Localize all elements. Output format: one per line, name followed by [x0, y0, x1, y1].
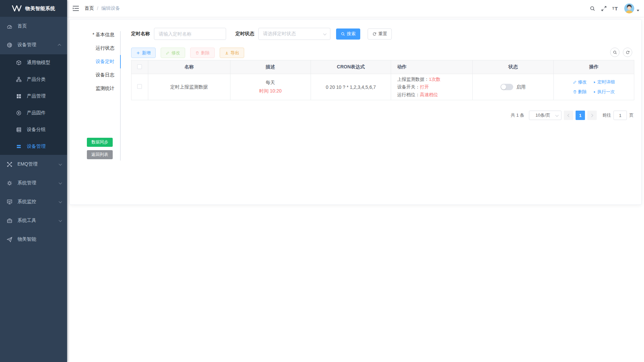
sidebar-item-label: 首页: [17, 23, 61, 29]
action-label: 运行档位：: [397, 92, 420, 97]
cell-name: 定时上报监测数据: [148, 74, 230, 100]
search-button[interactable]: 搜索: [336, 28, 360, 40]
chevron-down-icon: [59, 200, 62, 203]
action-value: 高速档位: [420, 92, 438, 97]
sidebar-menu: 首页 设备管理 通用物模型 产品分类: [0, 17, 67, 249]
sidebar-item-product-mgmt[interactable]: 产品管理: [0, 88, 67, 105]
goto-label: 前往: [602, 112, 611, 118]
data-sync-button[interactable]: 数据同步: [87, 138, 113, 147]
chevron-down-icon: [59, 181, 62, 184]
desc-line2: 时间 10:20: [230, 88, 311, 94]
tab-run-status[interactable]: 运行状态: [77, 42, 120, 55]
refresh-icon[interactable]: [623, 48, 632, 57]
select-placeholder: 请选择定时状态: [263, 31, 296, 37]
back-to-list-button[interactable]: 返回列表: [87, 150, 113, 159]
op-run-once-link[interactable]: 执行一次: [593, 89, 615, 95]
timer-table: 名称 描述 CRON表达式 动作 状态 操作 定时上报监测数据 每天 时间 10…: [131, 60, 634, 100]
select-all-checkbox[interactable]: [137, 64, 142, 69]
timer-status-select[interactable]: 请选择定时状态: [258, 28, 330, 40]
monitor-icon: [7, 199, 12, 205]
toolbox-icon: [7, 218, 12, 224]
op-edit-link[interactable]: 修改: [573, 79, 587, 85]
sidebar-item-emq-mgmt[interactable]: EMQ管理: [0, 155, 67, 174]
cube-icon: [16, 60, 22, 66]
desc-line1: 每天: [230, 80, 311, 86]
goto-page: 前往 页: [602, 111, 634, 120]
header-operation: 操作: [554, 60, 634, 74]
grid-icon: [16, 94, 22, 99]
emq-icon: [7, 162, 12, 167]
header-cron: CRON表达式: [311, 60, 391, 74]
sidebar-item-thing-model[interactable]: 通用物模型: [0, 54, 67, 71]
sidebar-item-wumei-smart[interactable]: 物美智能: [0, 230, 67, 249]
tab-monitor-stats[interactable]: 监测统计: [77, 82, 120, 95]
prev-page-button[interactable]: [564, 111, 573, 120]
app-logo[interactable]: 物美智能系统: [0, 0, 67, 17]
action-value: 1次数: [429, 77, 441, 82]
paper-plane-icon: [7, 237, 12, 242]
sidebar-item-home[interactable]: 首页: [0, 17, 67, 36]
user-menu[interactable]: [624, 3, 639, 13]
add-button[interactable]: 新增: [131, 48, 156, 58]
op-delete-link[interactable]: 删除: [573, 89, 587, 95]
table-toolbar: 新增 修改 删除 导出: [131, 48, 244, 58]
filter-form: 定时名称 定时状态 请选择定时状态 搜索 重置: [131, 28, 392, 40]
toggle-knob: [501, 84, 506, 89]
sidebar: 物美智能系统 首页 设备管理 通用物模型: [0, 0, 67, 362]
dashboard-icon: [7, 23, 12, 29]
sidebar-item-label: 系统工具: [17, 218, 59, 224]
show-search-icon[interactable]: [610, 48, 620, 57]
op-timer-detail-label: 定时详细: [597, 79, 615, 85]
header-desc: 描述: [230, 60, 311, 74]
tab-device-timer[interactable]: 设备定时: [77, 55, 120, 68]
sidebar-item-device-mgmt[interactable]: 设备管理: [0, 36, 67, 54]
breadcrumb-home[interactable]: 首页: [85, 5, 94, 11]
caret-down-icon: [637, 10, 639, 11]
chevron-down-icon: [59, 219, 62, 222]
row-checkbox[interactable]: [137, 84, 142, 89]
toggle-sidebar-icon[interactable]: [72, 5, 79, 11]
cell-select: [131, 74, 148, 100]
sidebar-item-product-category[interactable]: 产品分类: [0, 71, 67, 88]
export-button-label: 导出: [230, 50, 239, 56]
export-button[interactable]: 导出: [220, 48, 244, 58]
timer-name-label: 定时名称: [131, 31, 150, 37]
app-title: 物美智能系统: [25, 5, 55, 12]
avatar[interactable]: [624, 3, 634, 13]
sidebar-item-label: 设备管理: [17, 42, 59, 48]
font-size-icon[interactable]: TT: [609, 0, 621, 17]
timer-name-input[interactable]: [154, 28, 226, 40]
gear-icon: [7, 180, 12, 186]
delete-button[interactable]: 删除: [190, 48, 215, 58]
tab-device-log[interactable]: 设备日志: [77, 68, 120, 82]
action-line: 上报监测数据：1次数: [397, 76, 472, 82]
cell-cron: 0 20 10 ? * 1,2,3,4,5,6,7: [311, 74, 391, 100]
sidebar-item-product-firmware[interactable]: 产品固件: [0, 105, 67, 121]
breadcrumb-separator: /: [97, 6, 98, 11]
op-delete-label: 删除: [578, 89, 587, 95]
op-edit-label: 修改: [578, 79, 587, 85]
op-timer-detail-link[interactable]: 定时详细: [593, 79, 615, 85]
search-icon[interactable]: [587, 0, 598, 17]
header-status: 状态: [473, 60, 554, 74]
sidebar-item-device-group[interactable]: 设备分组: [0, 121, 67, 138]
page-size-select[interactable]: 10条/页: [529, 111, 561, 120]
action-label: 上报监测数据：: [397, 77, 429, 82]
sidebar-item-system-monitor[interactable]: 系统监控: [0, 192, 67, 211]
sidebar-item-label: 产品分类: [27, 76, 61, 82]
edit-button[interactable]: 修改: [161, 48, 185, 58]
sidebar-item-system-mgmt[interactable]: 系统管理: [0, 174, 67, 192]
page-1-button[interactable]: 1: [576, 111, 585, 120]
sidebar-item-device-mgmt-sub[interactable]: 设备管理: [0, 138, 67, 155]
next-page-button[interactable]: [587, 111, 597, 120]
reset-button[interactable]: 重置: [368, 28, 392, 40]
fullscreen-icon[interactable]: [598, 0, 609, 17]
status-label: 启用: [516, 84, 526, 90]
sidebar-item-system-tools[interactable]: 系统工具: [0, 211, 67, 230]
goto-page-input[interactable]: [613, 111, 627, 120]
cell-desc: 每天 时间 10:20: [230, 74, 311, 100]
tab-basic-info[interactable]: * 基本信息: [77, 28, 120, 42]
status-toggle[interactable]: [500, 84, 513, 90]
search-button-label: 搜索: [347, 31, 356, 37]
pagination: 共 1 条 10条/页 1 前往 页: [511, 111, 634, 120]
